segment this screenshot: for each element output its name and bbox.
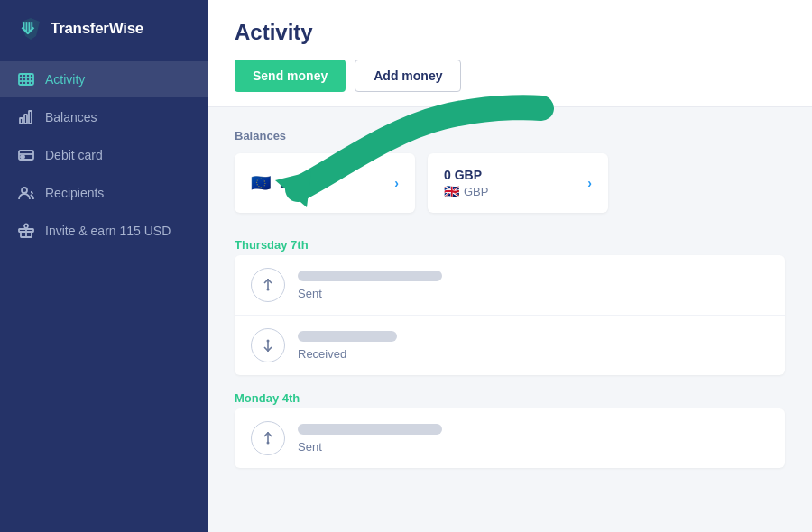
svg-text:⟱: ⟱ — [21, 20, 35, 38]
sidebar-item-balances-label: Balances — [45, 110, 97, 124]
sidebar-item-activity[interactable]: Activity — [0, 61, 208, 97]
sidebar-item-recipients[interactable]: Recipients — [0, 175, 208, 211]
gbp-chevron-icon: › — [587, 176, 592, 190]
transaction-item-sent-2[interactable]: Sent — [235, 408, 785, 468]
svg-point-21 — [267, 340, 270, 343]
day-section-thursday: Thursday 7th Sent — [235, 238, 785, 375]
sidebar-item-balances[interactable]: Balances — [0, 99, 208, 135]
day-section-monday: Monday 4th Sent — [235, 391, 785, 468]
action-buttons: Send money Add money — [235, 60, 785, 106]
sidebar-item-debit-card-label: Debit card — [45, 148, 103, 162]
logo: ⟱ TransferWise — [0, 0, 208, 61]
nav: Activity Balances Debit ca — [0, 61, 208, 258]
content-area: Balances 🇪🇺 EUR › 0 GBP 🇬🇧 GBP — [208, 107, 812, 532]
sent-2-icon — [251, 421, 285, 455]
eur-currency-label: EUR — [280, 176, 307, 190]
svg-point-24 — [267, 442, 270, 445]
credit-card-icon — [18, 147, 34, 163]
svg-rect-9 — [24, 115, 27, 124]
add-money-button[interactable]: Add money — [355, 60, 461, 92]
eur-chevron-icon: › — [394, 176, 399, 190]
received-icon — [251, 328, 285, 362]
sidebar-item-invite-label: Invite & earn 115 USD — [45, 224, 171, 238]
balance-card-gbp[interactable]: 0 GBP 🇬🇧 GBP › — [428, 153, 608, 213]
sent-1-info: Sent — [298, 271, 769, 300]
svg-rect-8 — [20, 118, 23, 124]
sidebar-item-recipients-label: Recipients — [45, 186, 104, 200]
app-name: TransferWise — [51, 20, 143, 38]
sidebar-item-activity-label: Activity — [45, 72, 85, 87]
sidebar: ⟱ TransferWise Activity — [0, 0, 208, 532]
svg-rect-10 — [29, 111, 32, 124]
gbp-amount: 0 GBP — [444, 168, 482, 182]
balances-row: 🇪🇺 EUR › 0 GBP 🇬🇧 GBP › — [235, 153, 785, 213]
send-money-button[interactable]: Send money — [235, 60, 346, 92]
transaction-list-monday: Sent — [235, 408, 785, 468]
transaction-list-thursday: Sent Received — [235, 255, 785, 375]
sent-icon — [251, 268, 285, 302]
received-1-amount-blurred — [298, 331, 397, 342]
main-header: Activity Send money Add money — [208, 0, 812, 107]
sent-1-amount-blurred — [298, 271, 442, 281]
eur-flag-icon: 🇪🇺 — [251, 173, 271, 193]
day-label-thursday: Thursday 7th — [235, 238, 785, 252]
sent-2-info: Sent — [298, 424, 769, 454]
received-1-status: Received — [298, 347, 769, 361]
sent-1-status: Sent — [298, 287, 769, 300]
activity-icon — [18, 71, 34, 87]
balance-card-eur[interactable]: 🇪🇺 EUR › — [235, 153, 415, 213]
balances-section-label: Balances — [235, 129, 785, 142]
users-icon — [18, 185, 34, 201]
day-label-monday: Monday 4th — [235, 391, 785, 405]
gift-icon — [18, 223, 34, 239]
svg-rect-13 — [21, 156, 24, 158]
sent-2-status: Sent — [298, 440, 769, 454]
transaction-item-received-1[interactable]: Received — [235, 316, 785, 375]
svg-point-18 — [267, 289, 270, 291]
gbp-flag-icon: 🇬🇧 — [444, 184, 459, 198]
bar-chart-icon — [18, 109, 34, 125]
main-content: Activity Send money Add money Balances 🇪… — [208, 0, 812, 532]
gbp-currency-label: GBP — [464, 185, 488, 198]
sidebar-item-invite[interactable]: Invite & earn 115 USD — [0, 213, 208, 249]
received-1-info: Received — [298, 331, 769, 361]
page-title: Activity — [235, 20, 785, 45]
sidebar-item-debit-card[interactable]: Debit card — [0, 137, 208, 173]
svg-point-14 — [22, 188, 27, 193]
sent-2-amount-blurred — [298, 424, 442, 435]
transaction-item-sent-1[interactable]: Sent — [235, 255, 785, 316]
